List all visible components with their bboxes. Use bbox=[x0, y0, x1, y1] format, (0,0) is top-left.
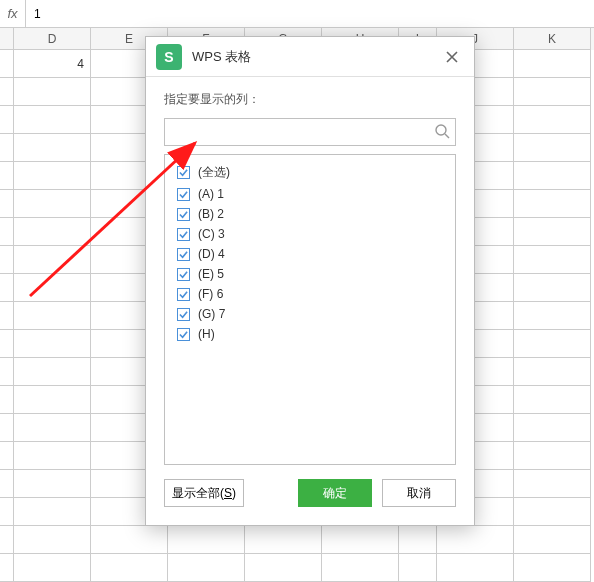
cell[interactable] bbox=[514, 274, 591, 302]
cell[interactable] bbox=[0, 442, 14, 470]
cell[interactable] bbox=[514, 330, 591, 358]
list-item[interactable]: (A) 1 bbox=[165, 184, 455, 204]
cancel-button[interactable]: 取消 bbox=[382, 479, 456, 507]
list-item-label: (D) 4 bbox=[198, 247, 225, 261]
cell[interactable] bbox=[0, 50, 14, 78]
cell[interactable] bbox=[514, 554, 591, 582]
cell[interactable] bbox=[14, 386, 91, 414]
cell[interactable] bbox=[168, 554, 245, 582]
cell[interactable] bbox=[0, 498, 14, 526]
formula-input[interactable] bbox=[26, 0, 594, 27]
ok-button[interactable]: 确定 bbox=[298, 479, 372, 507]
cell[interactable] bbox=[0, 78, 14, 106]
list-item[interactable]: (G) 7 bbox=[165, 304, 455, 324]
checkbox[interactable] bbox=[177, 288, 190, 301]
cell[interactable] bbox=[245, 554, 322, 582]
cell[interactable] bbox=[0, 414, 14, 442]
checkbox[interactable] bbox=[177, 308, 190, 321]
search-icon[interactable] bbox=[434, 123, 450, 143]
cell[interactable] bbox=[14, 134, 91, 162]
cell[interactable] bbox=[168, 526, 245, 554]
cell[interactable] bbox=[437, 526, 514, 554]
list-item[interactable]: (H) bbox=[165, 324, 455, 344]
cell[interactable] bbox=[322, 554, 399, 582]
cell[interactable] bbox=[514, 78, 591, 106]
list-item[interactable]: (B) 2 bbox=[165, 204, 455, 224]
cell[interactable] bbox=[14, 218, 91, 246]
cell[interactable] bbox=[514, 526, 591, 554]
cell[interactable] bbox=[0, 190, 14, 218]
cell[interactable] bbox=[0, 218, 14, 246]
column-list[interactable]: (全选)(A) 1(B) 2(C) 3(D) 4(E) 5(F) 6(G) 7(… bbox=[164, 154, 456, 465]
cell[interactable] bbox=[437, 554, 514, 582]
list-item[interactable]: (E) 5 bbox=[165, 264, 455, 284]
cell[interactable] bbox=[514, 162, 591, 190]
list-item[interactable]: (F) 6 bbox=[165, 284, 455, 304]
cell[interactable] bbox=[14, 442, 91, 470]
cell[interactable] bbox=[14, 190, 91, 218]
cell[interactable] bbox=[514, 302, 591, 330]
column-header[interactable]: K bbox=[514, 28, 591, 50]
cell[interactable] bbox=[14, 162, 91, 190]
checkbox[interactable] bbox=[177, 228, 190, 241]
list-item[interactable]: (全选) bbox=[165, 161, 455, 184]
cell[interactable] bbox=[91, 554, 168, 582]
checkbox[interactable] bbox=[177, 188, 190, 201]
cell[interactable] bbox=[0, 330, 14, 358]
cell[interactable] bbox=[14, 358, 91, 386]
cell[interactable] bbox=[0, 386, 14, 414]
cell[interactable] bbox=[514, 470, 591, 498]
cell[interactable] bbox=[14, 330, 91, 358]
column-header[interactable] bbox=[0, 28, 14, 50]
cell[interactable] bbox=[14, 274, 91, 302]
cell[interactable] bbox=[14, 554, 91, 582]
cell[interactable] bbox=[514, 50, 591, 78]
cell[interactable] bbox=[0, 554, 14, 582]
cell[interactable] bbox=[14, 526, 91, 554]
list-item[interactable]: (D) 4 bbox=[165, 244, 455, 264]
cell[interactable] bbox=[0, 470, 14, 498]
cell[interactable] bbox=[14, 246, 91, 274]
cell[interactable] bbox=[514, 190, 591, 218]
cell[interactable]: 4 bbox=[14, 50, 91, 78]
list-item-label: (H) bbox=[198, 327, 215, 341]
cell[interactable] bbox=[514, 134, 591, 162]
cell[interactable] bbox=[514, 218, 591, 246]
cell[interactable] bbox=[0, 162, 14, 190]
cell[interactable] bbox=[0, 134, 14, 162]
cell[interactable] bbox=[91, 526, 168, 554]
cell[interactable] bbox=[14, 302, 91, 330]
list-item[interactable]: (C) 3 bbox=[165, 224, 455, 244]
cell[interactable] bbox=[14, 498, 91, 526]
close-icon[interactable] bbox=[440, 45, 464, 69]
cell[interactable] bbox=[322, 526, 399, 554]
column-header[interactable]: D bbox=[14, 28, 91, 50]
cell[interactable] bbox=[14, 106, 91, 134]
cell[interactable] bbox=[514, 246, 591, 274]
checkbox[interactable] bbox=[177, 248, 190, 261]
checkbox[interactable] bbox=[177, 328, 190, 341]
cell[interactable] bbox=[514, 106, 591, 134]
cell[interactable] bbox=[14, 470, 91, 498]
cell[interactable] bbox=[514, 358, 591, 386]
cell[interactable] bbox=[0, 246, 14, 274]
show-all-button[interactable]: 显示全部(S) bbox=[164, 479, 244, 507]
cell[interactable] bbox=[0, 106, 14, 134]
cell[interactable] bbox=[514, 414, 591, 442]
cell[interactable] bbox=[514, 442, 591, 470]
checkbox[interactable] bbox=[177, 166, 190, 179]
cell[interactable] bbox=[399, 526, 437, 554]
cell[interactable] bbox=[399, 554, 437, 582]
cell[interactable] bbox=[14, 414, 91, 442]
checkbox[interactable] bbox=[177, 208, 190, 221]
cell[interactable] bbox=[514, 498, 591, 526]
cell[interactable] bbox=[245, 526, 322, 554]
cell[interactable] bbox=[0, 526, 14, 554]
search-input[interactable] bbox=[164, 118, 456, 146]
cell[interactable] bbox=[0, 274, 14, 302]
cell[interactable] bbox=[14, 78, 91, 106]
cell[interactable] bbox=[514, 386, 591, 414]
checkbox[interactable] bbox=[177, 268, 190, 281]
cell[interactable] bbox=[0, 302, 14, 330]
cell[interactable] bbox=[0, 358, 14, 386]
